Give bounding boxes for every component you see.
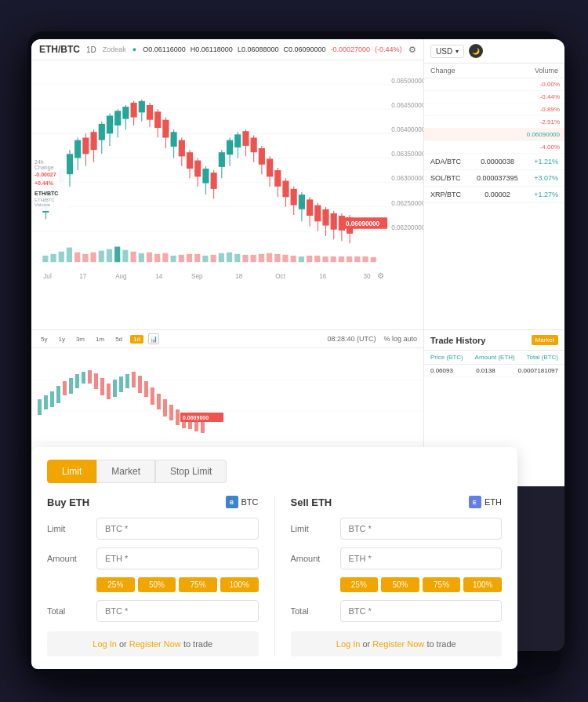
chart-open: O0.06116000 <box>143 45 186 53</box>
buy-50pct[interactable]: 50% <box>138 577 176 592</box>
svg-rect-113 <box>194 254 200 262</box>
svg-rect-121 <box>259 254 264 262</box>
sell-25pct[interactable]: 25% <box>340 577 379 592</box>
sell-50pct[interactable]: 50% <box>381 577 419 592</box>
buy-amount-input[interactable] <box>96 547 259 569</box>
column-divider <box>274 496 275 657</box>
chart-icons: ⚙ ⛶ 📷 <box>408 45 423 55</box>
price-row-xrp[interactable]: XRP/BTC 0.00002 +1.27% <box>424 187 564 203</box>
svg-text:30: 30 <box>363 273 370 280</box>
svg-rect-99 <box>82 254 88 262</box>
sell-limit-input[interactable] <box>340 518 503 540</box>
svg-rect-97 <box>67 248 72 263</box>
svg-rect-41 <box>147 105 153 120</box>
chart-type-icon[interactable]: 📊 <box>148 333 159 344</box>
sell-limit-label: Limit <box>291 524 334 533</box>
buy-25pct[interactable]: 25% <box>96 577 135 592</box>
currency-selector[interactable]: USD ▾ <box>430 45 464 58</box>
svg-rect-133 <box>354 256 360 262</box>
svg-rect-125 <box>291 256 296 262</box>
chart-high: H0.06118000 <box>191 45 233 53</box>
svg-rect-105 <box>131 252 136 262</box>
timeframe-5d[interactable]: 5d <box>112 335 125 344</box>
settings-icon[interactable]: ⚙ <box>408 45 416 55</box>
change-24h-pct: +0.44% <box>34 180 64 186</box>
svg-rect-166 <box>144 381 148 397</box>
svg-rect-167 <box>151 387 154 405</box>
trade-price: 0.06093 <box>430 367 453 374</box>
svg-rect-135 <box>371 257 376 262</box>
mini-chart-header: 5y 1y 3m 1m 5d 1d 📊 08:28:40 (UTC) % log… <box>31 330 423 348</box>
tab-market[interactable]: Market <box>96 460 155 483</box>
pair-ada: ADA/BTC <box>430 158 461 165</box>
sell-amount-label: Amount <box>291 554 334 563</box>
buy-column: Buy ETH B BTC Limit Amount <box>47 496 259 657</box>
sell-percent-buttons: 25% 50% 75% 100% <box>340 577 503 592</box>
svg-rect-110 <box>171 256 176 262</box>
svg-text:0.06450000: 0.06450000 <box>391 102 423 109</box>
svg-rect-130 <box>331 256 336 262</box>
buy-limit-input[interactable] <box>96 518 259 540</box>
svg-rect-100 <box>91 253 96 262</box>
buy-action-row: Log In or Register Now to trade <box>47 631 259 657</box>
svg-text:Sep: Sep <box>191 273 203 280</box>
buy-75pct[interactable]: 75% <box>179 577 217 592</box>
svg-rect-118 <box>234 254 240 262</box>
change-24h-value: -0.00027 <box>34 172 64 177</box>
chart-header: ETH/BTC 1D Zodeak ● O0.06116000 H0.06118… <box>31 39 423 60</box>
svg-rect-123 <box>274 254 280 262</box>
timeframe-3m[interactable]: 3m <box>73 335 88 344</box>
trade-amount: 0.0138 <box>476 367 495 374</box>
sell-total-input[interactable] <box>340 600 503 622</box>
dark-mode-toggle[interactable]: 🌙 <box>469 44 483 58</box>
tab-stop-limit[interactable]: Stop Limit <box>155 460 227 483</box>
sell-login-link[interactable]: Log In <box>336 639 361 649</box>
chart-area: ETH/BTC 1D Zodeak ● O0.06116000 H0.06118… <box>31 39 423 329</box>
volume-sub-label: Volume <box>34 202 64 207</box>
svg-text:0.06350000: 0.06350000 <box>391 151 423 158</box>
svg-rect-33 <box>114 111 121 125</box>
change-row-5: -4.00% <box>424 141 564 154</box>
svg-rect-95 <box>50 254 56 262</box>
timeframe-1y[interactable]: 1y <box>55 335 67 344</box>
buy-register-link[interactable]: Register Now <box>129 639 181 649</box>
sell-amount-input[interactable] <box>340 547 503 569</box>
time-display: 08:28:40 (UTC) <box>327 335 376 343</box>
left-sidebar: 24h Change -0.00027 +0.44% ETH/BTC ETH/B… <box>31 155 67 211</box>
sell-total-row: Total <box>291 600 503 622</box>
change-24h-label: 24h Change <box>34 159 64 170</box>
buy-amount-label: Amount <box>47 554 90 563</box>
price-row-sol[interactable]: SOL/BTC 0.000037395 +3.07% <box>424 170 564 187</box>
chart-change: -0.00027000 <box>331 45 371 53</box>
svg-rect-104 <box>122 250 128 263</box>
svg-rect-79 <box>299 195 305 209</box>
svg-rect-131 <box>339 256 344 262</box>
svg-rect-103 <box>114 246 120 262</box>
sell-100pct[interactable]: 100% <box>463 577 502 592</box>
sell-action-row: Log In or Register Now to trade <box>291 631 503 657</box>
buy-total-input[interactable] <box>96 600 259 622</box>
chart-price-info: O0.06116000 H0.06118000 L0.06088000 C0.0… <box>143 45 401 53</box>
btc-icon: B <box>226 496 238 508</box>
svg-rect-124 <box>282 255 288 262</box>
price-col-header: Price (BTC) <box>430 354 463 361</box>
buy-100pct[interactable]: 100% <box>220 577 259 592</box>
svg-rect-65 <box>242 131 249 146</box>
svg-text:B: B <box>230 500 234 505</box>
sell-register-link[interactable]: Register Now <box>372 639 424 649</box>
moon-icon: 🌙 <box>472 48 480 55</box>
svg-rect-47 <box>171 132 177 147</box>
timeframe-1m[interactable]: 1m <box>93 335 107 344</box>
pair-xrp: XRP/BTC <box>430 191 461 198</box>
tab-limit[interactable]: Limit <box>47 460 96 483</box>
buy-login-link[interactable]: Log In <box>93 639 117 649</box>
trade-history-header: Trade History Market <box>424 330 564 351</box>
timeframe-5y[interactable]: 5y <box>38 335 50 344</box>
svg-rect-149 <box>38 399 42 415</box>
svg-rect-128 <box>314 256 320 262</box>
timeframe-1d[interactable]: 1d <box>130 335 143 344</box>
price-row-ada[interactable]: ADA/BTC 0.0000038 +1.21% <box>424 154 564 170</box>
sell-limit-row: Limit <box>291 518 503 540</box>
buy-to-trade-text: to trade <box>183 639 212 649</box>
sell-75pct[interactable]: 75% <box>423 577 461 592</box>
